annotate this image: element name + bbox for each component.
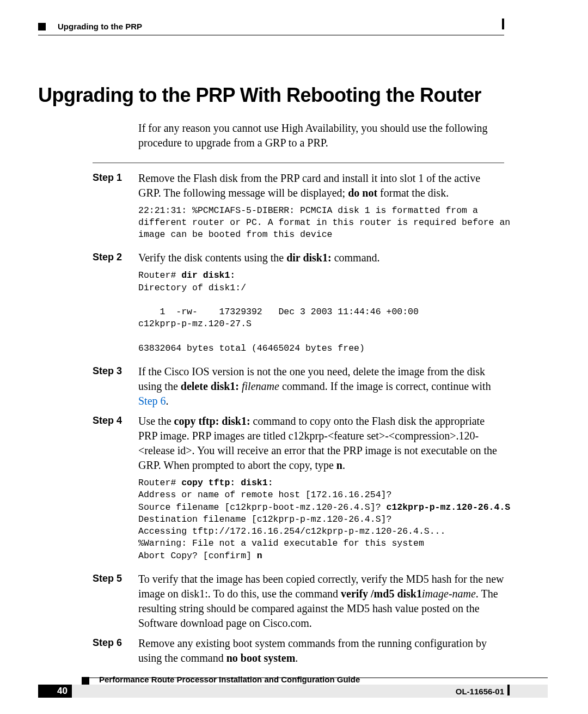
- step-body: Verify the disk contents using the dir d…: [138, 251, 504, 265]
- step-body: Remove the Flash disk from the PRP card …: [138, 171, 504, 200]
- footer-row: Performance Route Processor Installation…: [38, 681, 550, 698]
- step-label: Step 5: [93, 572, 138, 631]
- page-number: 40: [38, 685, 72, 698]
- code-output-2: Router# dir disk1: Directory of disk1:/ …: [138, 270, 504, 355]
- page-footer: Performance Route Processor Installation…: [38, 678, 550, 698]
- header-marker-icon: [38, 23, 46, 30]
- intro-paragraph: If for any reason you cannot use High Av…: [138, 121, 504, 150]
- step-6-link[interactable]: Step 6: [138, 395, 166, 407]
- step-label: Step 3: [93, 364, 138, 408]
- step-body: Remove any existing boot system commands…: [138, 636, 504, 666]
- crop-mark-icon: [507, 685, 510, 695]
- steps-divider: [93, 162, 504, 163]
- header-rule: [38, 35, 504, 35]
- step-label: Step 2: [93, 251, 138, 265]
- page-content: Upgrading to the PRP Upgrading to the PR…: [38, 22, 550, 670]
- main-content: Upgrading to the PRP With Rebooting the …: [38, 84, 504, 666]
- step-4: Step 4 Use the copy tftp: disk1: command…: [93, 414, 504, 473]
- step-body: If the Cisco IOS version is not the one …: [138, 364, 504, 408]
- code-output-3: Router# copy tftp: disk1: Address or nam…: [138, 477, 504, 562]
- step-label: Step 6: [93, 636, 138, 666]
- breadcrumb: Upgrading to the PRP: [58, 22, 142, 31]
- step-body: Use the copy tftp: disk1: command to cop…: [138, 414, 504, 473]
- step-label: Step 1: [93, 171, 138, 200]
- page-header: Upgrading to the PRP: [38, 22, 550, 35]
- footer-marker-icon: [82, 677, 89, 685]
- step-3: Step 3 If the Cisco IOS version is not t…: [93, 364, 504, 408]
- guide-title: Performance Route Processor Installation…: [99, 675, 360, 684]
- step-label: Step 4: [93, 414, 138, 473]
- step-6: Step 6 Remove any existing boot system c…: [93, 636, 504, 666]
- code-output-1: 22:21:31: %PCMCIAFS-5-DIBERR: PCMCIA dis…: [138, 205, 504, 241]
- crop-mark-icon: [502, 19, 504, 29]
- step-1: Step 1 Remove the Flash disk from the PR…: [93, 171, 504, 200]
- document-id: OL-11656-01: [456, 687, 504, 696]
- step-2: Step 2 Verify the disk contents using th…: [93, 251, 504, 265]
- section-title: Upgrading to the PRP With Rebooting the …: [38, 84, 504, 107]
- step-body: To verify that the image has been copied…: [138, 572, 504, 631]
- step-5: Step 5 To verify that the image has been…: [93, 572, 504, 631]
